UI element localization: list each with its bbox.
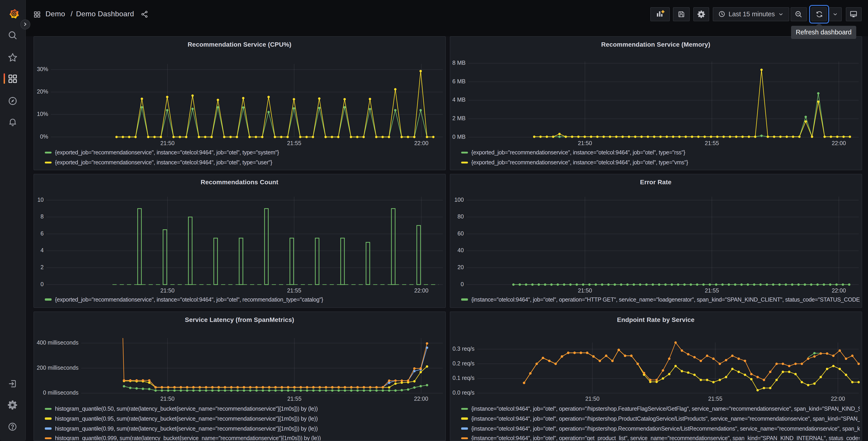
svg-text:22:00: 22:00 <box>414 140 428 146</box>
svg-text:20%: 20% <box>37 88 48 95</box>
svg-text:21:55: 21:55 <box>287 395 301 402</box>
svg-text:0: 0 <box>40 281 43 287</box>
svg-text:22:00: 22:00 <box>831 395 845 402</box>
svg-text:21:50: 21:50 <box>160 395 175 402</box>
svg-text:4 MB: 4 MB <box>452 96 465 103</box>
svg-text:0: 0 <box>461 281 464 287</box>
svg-text:30%: 30% <box>37 66 48 72</box>
svg-text:21:50: 21:50 <box>160 287 175 294</box>
svg-text:22:00: 22:00 <box>832 140 846 146</box>
svg-text:60: 60 <box>457 230 464 237</box>
svg-text:10: 10 <box>37 197 43 203</box>
svg-text:6 MB: 6 MB <box>452 78 465 84</box>
svg-text:21:55: 21:55 <box>287 140 301 146</box>
svg-text:22:00: 22:00 <box>832 287 846 294</box>
svg-text:2 MB: 2 MB <box>452 115 465 121</box>
svg-text:21:55: 21:55 <box>708 395 722 402</box>
svg-text:400 milliseconds: 400 milliseconds <box>36 340 78 346</box>
svg-text:0.0 req/s: 0.0 req/s <box>452 389 474 396</box>
svg-text:20: 20 <box>457 264 464 270</box>
svg-text:0.1 req/s: 0.1 req/s <box>452 375 474 381</box>
svg-text:6: 6 <box>40 230 43 237</box>
svg-text:10%: 10% <box>37 111 48 117</box>
svg-text:8: 8 <box>40 213 43 219</box>
svg-text:0 MB: 0 MB <box>452 134 465 140</box>
svg-text:200 milliseconds: 200 milliseconds <box>36 364 78 371</box>
svg-text:0.2 req/s: 0.2 req/s <box>452 360 474 366</box>
svg-text:0%: 0% <box>40 133 48 140</box>
svg-text:2: 2 <box>40 264 43 270</box>
svg-text:4: 4 <box>40 247 43 253</box>
svg-text:21:50: 21:50 <box>160 140 175 146</box>
svg-text:8 MB: 8 MB <box>452 60 465 66</box>
svg-text:21:55: 21:55 <box>705 287 719 294</box>
svg-text:22:00: 22:00 <box>414 395 428 402</box>
svg-text:80: 80 <box>457 213 464 219</box>
svg-text:21:50: 21:50 <box>578 140 592 146</box>
svg-text:22:00: 22:00 <box>414 287 428 294</box>
svg-text:21:50: 21:50 <box>585 395 599 402</box>
svg-text:40: 40 <box>457 247 464 253</box>
svg-text:100: 100 <box>454 197 464 203</box>
svg-text:0 milliseconds: 0 milliseconds <box>43 389 78 396</box>
svg-text:21:55: 21:55 <box>287 287 301 294</box>
svg-text:0.3 req/s: 0.3 req/s <box>452 346 474 352</box>
svg-text:21:50: 21:50 <box>578 287 592 294</box>
svg-text:21:55: 21:55 <box>705 140 719 146</box>
